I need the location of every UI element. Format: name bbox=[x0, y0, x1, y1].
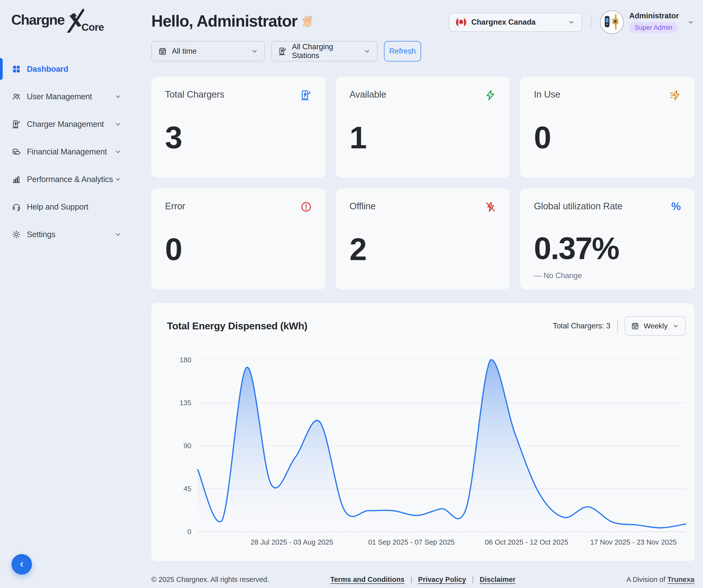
calendar-icon bbox=[631, 322, 639, 330]
alert-circle-icon bbox=[300, 201, 312, 213]
svg-text:06 Oct 2025 - 12 Oct 2025: 06 Oct 2025 - 12 Oct 2025 bbox=[485, 538, 568, 546]
sidebar-item-settings[interactable]: Settings bbox=[0, 221, 150, 248]
lightning-bolt-icon bbox=[484, 89, 496, 101]
stat-card-offline: Offline 2 bbox=[336, 188, 510, 289]
time-range-select[interactable]: All time bbox=[151, 41, 265, 62]
svg-text:180: 180 bbox=[180, 356, 191, 364]
gear-icon bbox=[12, 230, 21, 239]
svg-text:28 Jul 2025 - 03 Aug 2025: 28 Jul 2025 - 03 Aug 2025 bbox=[250, 538, 333, 546]
meta-divider bbox=[617, 320, 618, 332]
station-select[interactable]: All Charging Stations bbox=[271, 41, 378, 62]
chart-title: Total Energy Dispensed (kWh) bbox=[167, 320, 307, 332]
stat-card-utilization: Global utilization Rate % 0.37% — No Cha… bbox=[520, 188, 694, 289]
refresh-button[interactable]: Refresh bbox=[384, 41, 421, 62]
stat-value: 0 bbox=[534, 122, 681, 153]
sidebar-item-label: User Management bbox=[27, 92, 92, 101]
chevron-down-icon bbox=[114, 93, 122, 100]
waving-hand-icon bbox=[301, 15, 315, 29]
chevron-down-icon bbox=[687, 18, 694, 26]
disclaimer-link[interactable]: Disclaimer bbox=[480, 576, 516, 584]
main-content: Hello, Administrator bbox=[151, 0, 694, 561]
tenant-select[interactable]: Chargnex Canada bbox=[449, 13, 582, 32]
sidebar-item-label: Help and Support bbox=[27, 202, 88, 212]
stat-card-error: Error 0 bbox=[151, 188, 326, 289]
chevron-left-icon bbox=[17, 560, 26, 569]
brand-name: Chargne bbox=[11, 13, 64, 27]
stat-label: Available bbox=[349, 89, 386, 100]
lightning-off-icon bbox=[484, 201, 496, 213]
tenant-label: Chargnex Canada bbox=[471, 18, 536, 26]
ev-charger-icon bbox=[278, 47, 287, 56]
svg-text:135: 135 bbox=[180, 399, 191, 407]
energy-chart-svg: 0459013518028 Jul 2025 - 03 Aug 202501 S… bbox=[167, 347, 686, 557]
user-menu[interactable]: Administrator Super Admin bbox=[600, 10, 694, 34]
sidebar-item-user-management[interactable]: User Management bbox=[0, 83, 150, 110]
chevron-down-icon bbox=[364, 48, 371, 55]
sidebar-nav: Dashboard User Management bbox=[0, 55, 150, 248]
stat-label: Offline bbox=[349, 201, 376, 212]
sidebar: Chargne Core Dashboard bbox=[0, 0, 150, 588]
calendar-icon bbox=[158, 47, 167, 56]
chart-meta: Total Chargers: 3 bbox=[553, 322, 611, 330]
trunexa-link[interactable]: Trunexa bbox=[668, 576, 694, 583]
stat-label: Error bbox=[165, 201, 185, 212]
energy-chart: 0459013518028 Jul 2025 - 03 Aug 202501 S… bbox=[167, 347, 686, 557]
stat-value: 3 bbox=[165, 122, 312, 153]
chevron-down-icon bbox=[114, 231, 122, 238]
svg-text:90: 90 bbox=[183, 442, 191, 450]
user-name: Administrator bbox=[629, 11, 679, 20]
chevron-down-icon bbox=[251, 48, 258, 55]
svg-text:45: 45 bbox=[183, 485, 191, 493]
users-icon bbox=[12, 92, 21, 101]
sidebar-item-dashboard[interactable]: Dashboard bbox=[0, 55, 150, 83]
stat-label: Total Chargers bbox=[165, 89, 224, 100]
bar-chart-icon bbox=[12, 175, 21, 184]
brand-logo: Chargne Core bbox=[11, 7, 150, 34]
stat-value: 1 bbox=[349, 122, 496, 153]
canada-flag-icon bbox=[456, 17, 466, 27]
stat-trend-note: — No Change bbox=[534, 271, 681, 280]
user-role-badge: Super Admin bbox=[629, 22, 678, 33]
sidebar-item-label: Charger Management bbox=[27, 119, 104, 129]
sidebar-item-label: Performance & Analytics bbox=[27, 175, 113, 184]
ev-charger-icon bbox=[300, 89, 312, 101]
sidebar-collapse-button[interactable] bbox=[11, 554, 32, 575]
sidebar-item-label: Settings bbox=[27, 230, 56, 239]
division-text: A Division of bbox=[626, 576, 668, 583]
chevron-down-icon bbox=[114, 175, 122, 183]
svg-text:17 Nov 2025 - 23 Nov 2025: 17 Nov 2025 - 23 Nov 2025 bbox=[590, 538, 677, 546]
svg-text:01 Sep 2025 - 07 Sep 2025: 01 Sep 2025 - 07 Sep 2025 bbox=[368, 538, 455, 546]
chart-range-select[interactable]: Weekly bbox=[625, 316, 686, 336]
stat-card-available: Available 1 bbox=[336, 77, 510, 178]
copyright-text: © 2025 Chargnex. All rights reserved. bbox=[151, 576, 269, 584]
dashboard-grid-icon bbox=[12, 64, 21, 74]
stat-value: 2 bbox=[349, 234, 496, 265]
chevron-down-icon bbox=[672, 322, 679, 330]
time-range-value: All time bbox=[172, 47, 197, 56]
energy-chart-card: Total Energy Dispensed (kWh) Total Charg… bbox=[151, 303, 694, 561]
chart-range-value: Weekly bbox=[644, 322, 668, 330]
percent-icon: % bbox=[671, 201, 681, 212]
station-value: All Charging Stations bbox=[292, 43, 359, 60]
coins-icon bbox=[12, 147, 21, 156]
sidebar-item-financial-management[interactable]: Financial Management bbox=[0, 138, 150, 165]
sidebar-item-help-support[interactable]: Help and Support bbox=[0, 193, 150, 221]
page-greeting: Hello, Administrator bbox=[151, 12, 297, 30]
stat-label: In Use bbox=[534, 89, 560, 100]
sidebar-item-label: Financial Management bbox=[27, 147, 107, 156]
stat-card-in-use: In Use 0 bbox=[520, 77, 694, 178]
terms-link[interactable]: Terms and Conditions bbox=[330, 576, 404, 584]
chevron-down-icon bbox=[114, 120, 122, 128]
header-divider bbox=[591, 15, 591, 29]
sidebar-item-performance-analytics[interactable]: Performance & Analytics bbox=[0, 165, 150, 193]
chevron-down-icon bbox=[568, 18, 575, 26]
avatar bbox=[600, 10, 624, 34]
privacy-link[interactable]: Privacy Policy bbox=[418, 576, 466, 584]
footer: © 2025 Chargnex. All rights reserved. Te… bbox=[151, 576, 694, 584]
stat-label: Global utilization Rate bbox=[534, 201, 622, 212]
lightning-charging-icon bbox=[669, 89, 681, 101]
sidebar-item-charger-management[interactable]: Charger Management bbox=[0, 110, 150, 138]
svg-text:0: 0 bbox=[187, 528, 191, 535]
stat-card-total-chargers: Total Chargers 3 bbox=[151, 77, 326, 178]
stat-value: 0 bbox=[165, 234, 312, 265]
